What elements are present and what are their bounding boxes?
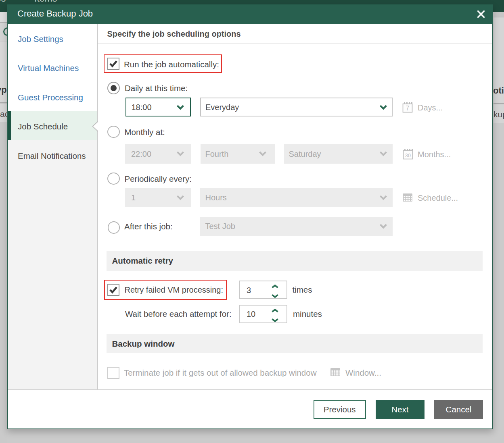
svg-text:7: 7 <box>406 105 410 112</box>
svg-text:30: 30 <box>405 153 411 158</box>
